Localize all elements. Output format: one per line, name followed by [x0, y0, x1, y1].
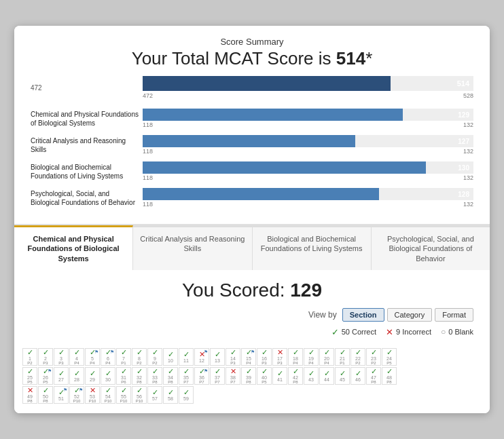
question-status-icon: ✓	[137, 387, 143, 394]
question-number: 4	[75, 356, 78, 361]
view-by-format-button[interactable]: Format	[435, 308, 473, 322]
question-tag: P3	[43, 361, 48, 365]
question-status-icon: ✓	[277, 370, 283, 377]
question-cell-27[interactable]: ✓ 27	[54, 367, 69, 385]
question-status-icon: ✓	[293, 349, 299, 356]
question-number: 29	[90, 377, 95, 382]
tab-2[interactable]: Biological and Biochemical Foundations o…	[253, 227, 372, 270]
tab-3[interactable]: Psychological, Social, and Biological Fo…	[372, 227, 490, 270]
question-cell-30[interactable]: ✓ 30	[101, 367, 115, 385]
question-tag: P10	[89, 399, 96, 403]
question-cell-56[interactable]: ✓ 56 P10	[132, 386, 147, 404]
question-cell-23[interactable]: ✓ 23 P2	[366, 348, 381, 366]
question-cell-47[interactable]: ✓ 47 P8	[366, 367, 381, 385]
question-cell-53[interactable]: ✕ 53 P10	[85, 386, 100, 404]
question-cell-46[interactable]: ✓ 46	[350, 367, 365, 385]
question-cell-52[interactable]: ⚑ ✓ 52 P10	[69, 386, 84, 404]
question-cell-35[interactable]: ✓ 35 P7	[179, 367, 194, 385]
question-cell-21[interactable]: ✓ 21 P1	[335, 348, 350, 366]
question-cell-14[interactable]: ✓ 14 P3	[226, 348, 240, 366]
question-cell-54[interactable]: ✓ 54 P10	[101, 386, 115, 404]
question-cell-19[interactable]: ✓ 19 P4	[304, 348, 319, 366]
question-cell-24[interactable]: ✓ 24 P5	[382, 348, 397, 366]
question-cell-42[interactable]: ✓ 42 P8	[288, 367, 303, 385]
correct-check-icon: ✓	[331, 327, 339, 337]
question-cell-37[interactable]: ✓ 37 P7	[210, 367, 225, 385]
question-row-0: ✓ 1 P2 ✓ 2 P3 ✓ 3 P3 ✓ 4 P4 ⚑ ✓ 5	[22, 348, 482, 366]
question-number: 9	[154, 356, 156, 361]
question-status-icon: ✓	[324, 349, 330, 356]
question-cell-51[interactable]: ⚑ ✓ 51	[54, 386, 69, 404]
question-cell-57[interactable]: ✓ 57	[147, 386, 162, 404]
question-cell-55[interactable]: ✓ 55 P10	[116, 386, 131, 404]
question-cell-9[interactable]: ✓ 9 P2	[147, 348, 162, 366]
question-cell-29[interactable]: ✓ 29	[85, 367, 100, 385]
question-tag: P8	[27, 399, 32, 403]
question-cell-15[interactable]: ⚑ ✓ 15 P4	[241, 348, 256, 366]
question-cell-58[interactable]: ✓ 58	[163, 386, 178, 404]
question-number: 47	[371, 375, 376, 380]
question-number: 52	[74, 394, 79, 399]
question-cell-38[interactable]: ✕ 38 P7	[226, 367, 240, 385]
question-status-icon: ✓	[324, 370, 330, 377]
view-by-row: View by Section Category Format	[31, 308, 473, 322]
question-tag: P5	[262, 380, 266, 384]
question-cell-5[interactable]: ⚑ ✓ 5 P4	[85, 348, 100, 366]
view-by-category-button[interactable]: Category	[387, 308, 433, 322]
question-cell-6[interactable]: ⚑ ✓ 6 P4	[101, 348, 115, 366]
question-cell-25[interactable]: ✓ 25 P5	[22, 367, 37, 385]
question-cell-33[interactable]: ✓ 33 P8	[147, 367, 162, 385]
question-tag: P10	[136, 399, 143, 403]
question-cell-20[interactable]: ✓ 20 P4	[319, 348, 334, 366]
question-status-icon: ✓	[183, 389, 190, 396]
question-cell-28[interactable]: ✓ 28	[69, 367, 84, 385]
question-tag: P1	[121, 361, 126, 365]
question-cell-3[interactable]: ✓ 3 P3	[54, 348, 69, 366]
question-cell-18[interactable]: ✓ 18 P4	[288, 348, 303, 366]
question-cell-45[interactable]: ✓ 45	[335, 367, 350, 385]
question-cell-11[interactable]: ✓ 11	[179, 348, 194, 366]
question-tag: P5	[27, 380, 32, 384]
question-cell-39[interactable]: ✓ 39 P8	[241, 367, 256, 385]
question-status-icon: ✓	[308, 370, 314, 377]
question-cell-10[interactable]: ✓ 10	[163, 348, 178, 366]
question-cell-12[interactable]: ⚑ ✕ 12	[194, 348, 209, 366]
question-cell-13[interactable]: ✓ 13	[210, 348, 225, 366]
question-cell-34[interactable]: ✓ 34 P8	[163, 367, 178, 385]
question-cell-41[interactable]: ✓ 41	[272, 367, 287, 385]
question-cell-32[interactable]: ✓ 32 P8	[132, 367, 147, 385]
question-status-icon: ✓	[152, 368, 158, 375]
question-cell-50[interactable]: ✓ 50 P8	[38, 386, 53, 404]
tab-1[interactable]: Critical Analysis and Reasoning Skills	[133, 227, 252, 270]
question-cell-59[interactable]: ✓ 59	[179, 386, 194, 404]
question-cell-1[interactable]: ✓ 1 P2	[22, 348, 37, 366]
question-cell-36[interactable]: ⚑ ✓ 36 P7	[194, 367, 209, 385]
question-tag: P3	[277, 361, 282, 365]
question-cell-48[interactable]: ✓ 48 P8	[382, 367, 397, 385]
question-cell-22[interactable]: ✓ 22 P2	[350, 348, 365, 366]
question-number: 7	[122, 356, 125, 361]
question-cell-44[interactable]: ✓ 44	[319, 367, 334, 385]
question-cell-31[interactable]: ✓ 31 P6	[116, 367, 131, 385]
section-bar-score: 130	[458, 164, 469, 172]
question-cell-49[interactable]: ✕ 49 P8	[22, 386, 37, 404]
question-number: 39	[246, 375, 251, 380]
question-cell-7[interactable]: ✓ 7 P1	[116, 348, 131, 366]
section-tabs[interactable]: Chemical and Physical Foundations of Bio…	[14, 225, 490, 270]
question-cell-2[interactable]: ✓ 2 P3	[38, 348, 53, 366]
question-cell-4[interactable]: ✓ 4 P4	[69, 348, 84, 366]
question-cell-17[interactable]: ✕ 17 P3	[272, 348, 287, 366]
incorrect-count: 9 Incorrect	[396, 328, 431, 336]
question-cell-40[interactable]: ✓ 40 P5	[257, 367, 272, 385]
total-bar-row: 472 514 472 528	[31, 76, 473, 99]
question-number: 55	[121, 394, 126, 399]
question-status-icon: ✓	[121, 368, 127, 375]
view-by-section-button[interactable]: Section	[342, 308, 384, 322]
section-bar: 127	[143, 135, 473, 147]
question-cell-8[interactable]: ✓ 8 P2	[132, 348, 147, 366]
question-cell-16[interactable]: ✓ 16 P3	[257, 348, 272, 366]
question-status-icon: ✓	[74, 370, 80, 377]
question-cell-26[interactable]: ⚑ ✓ 26 P5	[38, 367, 53, 385]
question-cell-43[interactable]: ✓ 43	[304, 367, 319, 385]
tab-0[interactable]: Chemical and Physical Foundations of Bio…	[14, 225, 133, 270]
